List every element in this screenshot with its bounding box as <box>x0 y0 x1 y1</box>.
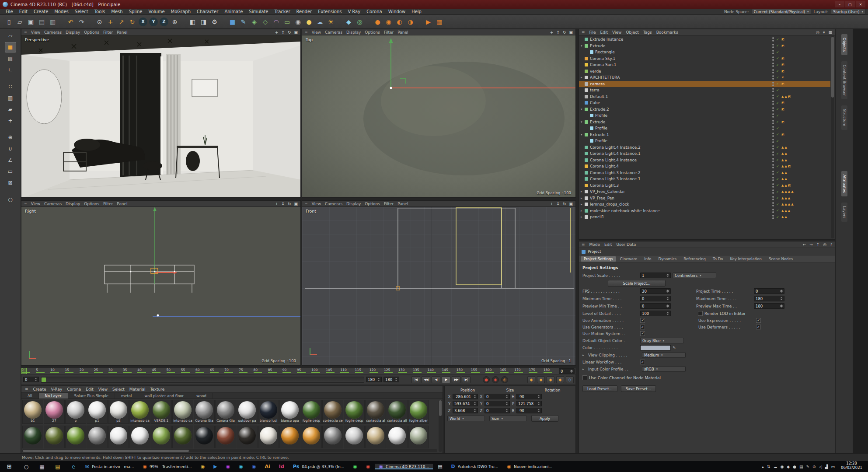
enable-check-icon[interactable]: ✓ <box>776 76 781 80</box>
object-tags-icons[interactable]: ▲▲▲▲ <box>781 203 829 206</box>
mode-tool-icon[interactable]: ∟ <box>5 65 16 75</box>
toolbar-icon[interactable]: ▣ <box>25 16 36 27</box>
material-tile[interactable]: outdoor pa <box>237 400 258 424</box>
toolbar-icon[interactable]: ▯ <box>3 16 14 27</box>
material-menu-item[interactable]: Texture <box>150 387 164 392</box>
material-tile[interactable] <box>301 426 322 448</box>
object-name[interactable]: Extrude Instance <box>590 37 770 42</box>
timeline-tick[interactable]: 145 <box>442 368 457 374</box>
viewport-perspective[interactable]: ≡ ViewCamerasDisplayOptionsFilterPanel +… <box>21 29 301 198</box>
viewport-menu-item[interactable]: View <box>312 202 321 206</box>
visibility-dots-icon[interactable] <box>772 145 774 150</box>
attribute-menu-item[interactable]: Edit <box>604 242 612 247</box>
enable-check-icon[interactable]: ✓ <box>776 56 781 60</box>
object-name[interactable]: VP_Free_Calendar <box>590 189 770 194</box>
transport-button[interactable]: ◀ <box>432 376 440 383</box>
record-button[interactable]: ◎ <box>501 376 508 383</box>
show-desktop-button[interactable] <box>866 461 868 472</box>
material-tile[interactable]: VERDE.1 <box>151 400 172 424</box>
material-tile[interactable] <box>172 426 193 448</box>
material-tile[interactable]: foglie cesp <box>301 400 322 424</box>
setting-checkbox[interactable] <box>756 325 761 329</box>
object-row[interactable]: camera ✓ ◩ <box>579 81 830 87</box>
toolbar-icon[interactable]: ↷ <box>76 16 87 27</box>
object-row[interactable]: verde ✓ ◩ <box>579 68 830 75</box>
object-name[interactable]: Profile <box>595 113 770 118</box>
mode-tool-icon[interactable]: ▥ <box>5 93 16 103</box>
enable-check-icon[interactable]: ✓ <box>776 94 781 98</box>
taskbar-app-button[interactable]: Ai <box>261 464 274 469</box>
object-tags-icons[interactable]: ◩ <box>781 133 829 136</box>
object-manager-menu-item[interactable]: View <box>612 30 621 35</box>
object-row[interactable]: ▾ Extrude ✓ ◩ <box>579 119 830 126</box>
timeline-tick[interactable]: 30 <box>108 368 123 374</box>
visibility-dots-icon[interactable] <box>772 107 774 112</box>
taskbar-app-button[interactable]: ◉ <box>222 464 234 469</box>
render-lod-checkbox[interactable] <box>698 311 703 316</box>
material-tile[interactable]: p2 <box>108 400 129 424</box>
menubar-item[interactable]: Mesh <box>108 9 125 14</box>
material-tile[interactable] <box>44 426 65 448</box>
object-tags-icons[interactable]: ▲▲ <box>781 171 829 175</box>
visibility-dots-icon[interactable] <box>772 171 774 175</box>
material-tile[interactable] <box>322 426 343 448</box>
toolbar-icon[interactable]: ● <box>303 16 314 27</box>
perspective-scene[interactable]: Perspective <box>21 35 300 197</box>
top-scene[interactable]: Top Grid Spacing : 100 <box>302 35 575 197</box>
value-field[interactable]: 30 <box>640 288 671 294</box>
transport-button[interactable]: ▶| <box>462 376 471 383</box>
object-name[interactable]: Rectangle <box>595 50 770 54</box>
viewport-nav-icon[interactable]: ▣ <box>294 30 298 35</box>
object-row[interactable]: ▸ ARCHITETTURA ✓ ✕ <box>579 74 830 81</box>
expand-arrow-icon[interactable]: ▾ <box>581 133 585 136</box>
viewport-menu-item[interactable]: Filter <box>103 202 113 206</box>
size-field[interactable]: 0 <box>485 401 510 406</box>
taskbar-app-button[interactable]: D Autodesk DWG Tru... <box>447 464 502 469</box>
menubar-item[interactable]: MoGraph <box>168 9 194 14</box>
visibility-dots-icon[interactable] <box>772 63 774 67</box>
object-row[interactable]: Corona Light.4 ✓ ▲▲◩ <box>579 163 830 170</box>
object-tags-icons[interactable]: ▲▲ <box>781 146 829 149</box>
toolbar-icon[interactable]: ▤ <box>36 16 47 27</box>
menubar-item[interactable]: File <box>3 9 16 14</box>
enable-check-icon[interactable]: ✓ <box>776 139 781 143</box>
object-name[interactable]: Cube <box>590 101 770 105</box>
material-tile[interactable]: intonaco ca <box>129 400 150 424</box>
timeline-tick[interactable]: 90 <box>282 368 297 374</box>
material-tile[interactable]: bianco luci <box>258 400 279 424</box>
attribute-header-icon[interactable]: ? <box>830 242 832 247</box>
object-tags-icons[interactable]: ◩ <box>781 101 829 105</box>
material-tile[interactable]: bianco opa <box>279 400 300 424</box>
object-tags-icons[interactable]: ◩ <box>781 57 829 60</box>
node-material-checkbox[interactable] <box>582 375 587 380</box>
viewport-menu-item[interactable]: View <box>312 30 321 35</box>
visibility-dots-icon[interactable] <box>772 189 774 194</box>
object-name[interactable]: Extrude.1 <box>590 133 770 137</box>
toolbar-icon[interactable]: ◧ <box>187 16 198 27</box>
scale-project-button[interactable]: Scale Project... <box>608 280 666 287</box>
material-tile[interactable] <box>344 426 365 448</box>
object-name[interactable]: Corona Light.4 Instance.1 <box>590 151 770 156</box>
mode-tool-icon[interactable]: ∷ <box>5 81 16 92</box>
material-tile[interactable] <box>87 426 108 448</box>
timeline-tick[interactable]: 115 <box>355 368 370 374</box>
enable-check-icon[interactable]: ✓ <box>776 196 781 200</box>
timeline-tick[interactable]: 160 <box>485 368 500 374</box>
timeline-tick[interactable]: 140 <box>427 368 442 374</box>
timeline-tick[interactable]: 60 <box>195 368 210 374</box>
timeline-tick[interactable]: 100 <box>311 368 326 374</box>
object-name[interactable]: Profile <box>595 126 770 130</box>
tray-icon[interactable]: ⇅ <box>767 465 770 469</box>
viewport-nav-icon[interactable]: ▣ <box>294 202 298 206</box>
viewport-menu-item[interactable]: Filter <box>384 30 394 35</box>
viewport-nav-icon[interactable]: ▣ <box>569 202 573 206</box>
taskbar-quick-icon[interactable]: ▤ <box>50 464 66 470</box>
attribute-tab[interactable]: Referencing <box>680 256 709 262</box>
menubar-item[interactable]: Character <box>194 9 221 14</box>
object-name[interactable]: pencil1 <box>590 215 770 219</box>
viewport-right[interactable]: ≡ ViewCamerasDisplayOptionsFilterPanel +… <box>21 200 301 366</box>
toolbar-icon[interactable]: ● <box>372 16 383 27</box>
transport-button[interactable]: ◀◀ <box>422 376 430 383</box>
viewport-menu-item[interactable]: Cameras <box>44 30 62 35</box>
viewport-nav-icon[interactable]: + <box>550 30 554 35</box>
